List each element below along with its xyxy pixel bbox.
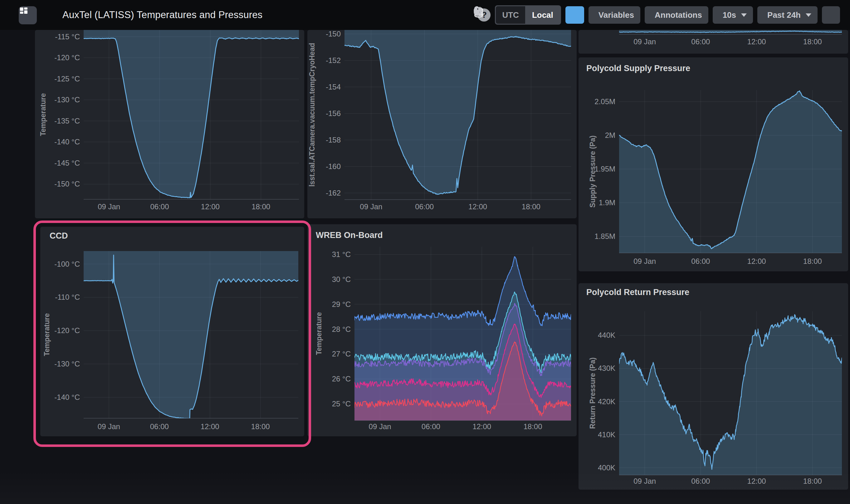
y-tick-label: 2M bbox=[605, 131, 615, 139]
refresh-interval-label: 10s bbox=[723, 10, 736, 20]
x-tick-label: 18:00 bbox=[803, 257, 822, 265]
chart-canvas-p4[interactable]: -100 °C-110 °C-120 °C-130 °C-140 °C09 Ja… bbox=[40, 227, 304, 436]
y-axis-unit-label: Supply Pressure (Pa) bbox=[588, 136, 597, 208]
y-tick-label: -110 °C bbox=[55, 293, 80, 301]
y-axis-unit-label: Temperature bbox=[43, 313, 51, 356]
x-tick-label: 18:00 bbox=[251, 202, 270, 211]
timezone-local[interactable]: Local bbox=[525, 6, 560, 24]
panel-polycold-supply[interactable]: Polycold Supply Pressure 2.05M2M1.95M1.9… bbox=[579, 57, 848, 271]
y-tick-label: 410K bbox=[598, 430, 615, 439]
variables-button[interactable]: Variables bbox=[588, 6, 640, 24]
x-tick-label: 06:00 bbox=[691, 257, 710, 265]
panel-cut-top-right[interactable]: 09 Jan06:0012:0018:00 bbox=[579, 30, 848, 54]
panel-wreb-onboard[interactable]: WREB On-Board 31 °C30 °C29 °C28 °C27 °C2… bbox=[307, 224, 577, 436]
panel-cryo-temperature[interactable]: -115 °C-120 °C-125 °C-130 °C-135 °C-140 … bbox=[35, 30, 304, 218]
x-tick-label: 06:00 bbox=[415, 202, 434, 211]
y-tick-label: -150 °C bbox=[54, 180, 80, 188]
add-panel-button[interactable] bbox=[565, 6, 584, 24]
panel-ccd[interactable]: CCD -100 °C-110 °C-120 °C-130 °C-140 °C0… bbox=[40, 227, 304, 436]
y-axis-unit-label: Temperature bbox=[39, 93, 47, 136]
panel-title-ccd[interactable]: CCD bbox=[50, 231, 68, 241]
dashboard-page: AuxTel (LATISS) Temperatures and Pressur… bbox=[0, 0, 850, 504]
y-tick-label: -145 °C bbox=[54, 159, 80, 167]
y-axis-unit-label: Return Pressure (Pa) bbox=[588, 357, 597, 429]
y-tick-label: 420K bbox=[598, 397, 615, 406]
x-tick-label: 12:00 bbox=[201, 422, 219, 431]
chevron-down-icon bbox=[806, 13, 811, 17]
x-tick-label: 18:00 bbox=[251, 422, 270, 431]
y-tick-label: -140 °C bbox=[54, 138, 80, 146]
y-tick-label: -150 bbox=[326, 30, 341, 38]
annotations-label: Annotations bbox=[655, 10, 702, 20]
y-tick-label: -152 bbox=[326, 56, 341, 65]
x-tick-label: 09 Jan bbox=[98, 422, 120, 431]
x-tick-label: 18:00 bbox=[523, 422, 542, 431]
chart-canvas-p5[interactable]: 31 °C30 °C29 °C28 °C27 °C26 °C25 °C09 Ja… bbox=[307, 224, 577, 436]
x-tick-label: 09 Jan bbox=[634, 477, 656, 485]
y-tick-label: 27 °C bbox=[332, 349, 351, 358]
x-tick-label: 06:00 bbox=[422, 422, 440, 431]
y-tick-label: -100 °C bbox=[54, 260, 80, 268]
chart-canvas-p2[interactable]: -150-152-154-156-158-160-16209 Jan06:001… bbox=[307, 30, 577, 218]
chart-canvas-p1[interactable]: -115 °C-120 °C-125 °C-130 °C-135 °C-140 … bbox=[35, 30, 304, 218]
x-tick-label: 12:00 bbox=[468, 202, 487, 211]
timezone-toggle[interactable]: UTC Local bbox=[495, 5, 561, 25]
y-tick-label: 2.05M bbox=[595, 97, 615, 106]
x-tick-label: 09 Jan bbox=[360, 202, 382, 211]
y-tick-label: -125 °C bbox=[54, 74, 80, 83]
x-tick-label: 12:00 bbox=[473, 422, 491, 431]
y-tick-label: -156 bbox=[326, 109, 341, 118]
panel-title-supply[interactable]: Polycold Supply Pressure bbox=[586, 64, 690, 73]
chart-canvas-p6[interactable]: 2.05M2M1.95M1.9M1.85M09 Jan06:0012:0018:… bbox=[579, 57, 848, 271]
x-tick-label: 18:00 bbox=[522, 202, 541, 211]
y-tick-label: -158 bbox=[326, 136, 341, 144]
refresh-interval-button[interactable]: 10s bbox=[713, 6, 753, 24]
dashboard-header: AuxTel (LATISS) Temperatures and Pressur… bbox=[0, 0, 850, 30]
x-tick-label: 12:00 bbox=[747, 257, 766, 265]
y-tick-label: 26 °C bbox=[332, 375, 351, 383]
variables-label: Variables bbox=[599, 10, 634, 20]
x-tick-label: 06:00 bbox=[150, 422, 169, 431]
x-tick-label: 09 Jan bbox=[634, 37, 656, 46]
x-tick-label: 06:00 bbox=[150, 202, 169, 211]
page-title: AuxTel (LATISS) Temperatures and Pressur… bbox=[63, 0, 262, 30]
y-axis-unit-label: lsst.sal.ATCamera.vacuum.tempCryoHead bbox=[308, 43, 316, 186]
x-tick-label: 12:00 bbox=[747, 477, 766, 485]
y-tick-label: -130 °C bbox=[54, 360, 80, 368]
x-tick-label: 06:00 bbox=[691, 477, 710, 485]
kiosk-mode-button[interactable] bbox=[822, 6, 840, 24]
y-tick-label: -135 °C bbox=[54, 116, 80, 125]
y-tick-label: -120 °C bbox=[54, 326, 80, 335]
x-tick-label: 18:00 bbox=[803, 37, 822, 46]
chart-canvas-p3[interactable]: 09 Jan06:0012:0018:00 bbox=[579, 30, 848, 54]
annotations-button[interactable]: Annotations bbox=[645, 6, 708, 24]
chevron-down-icon bbox=[741, 13, 747, 17]
y-tick-label: -154 bbox=[326, 83, 341, 91]
y-tick-label: 1.95M bbox=[595, 165, 615, 173]
apps-grid-button[interactable] bbox=[19, 6, 37, 24]
x-tick-label: 06:00 bbox=[691, 37, 710, 46]
y-tick-label: 430K bbox=[598, 364, 615, 372]
y-tick-label: -115 °C bbox=[55, 33, 80, 41]
time-range-button[interactable]: Past 24h bbox=[757, 6, 817, 24]
panel-temp-cryohead[interactable]: -150-152-154-156-158-160-16209 Jan06:001… bbox=[307, 30, 577, 218]
y-tick-label: 28 °C bbox=[332, 325, 351, 334]
x-tick-label: 18:00 bbox=[803, 477, 822, 485]
y-tick-label: 1.9M bbox=[599, 198, 615, 207]
y-tick-label: 1.85M bbox=[595, 232, 615, 240]
panel-title-wreb[interactable]: WREB On-Board bbox=[316, 231, 383, 240]
x-tick-label: 12:00 bbox=[747, 37, 766, 46]
y-tick-label: -162 bbox=[326, 189, 341, 197]
y-axis-unit-label: Temperature bbox=[315, 312, 323, 355]
panel-title-return[interactable]: Polycold Return Pressure bbox=[586, 288, 689, 297]
timezone-utc[interactable]: UTC bbox=[496, 6, 525, 24]
panel-polycold-return[interactable]: Polycold Return Pressure 440K430K420K410… bbox=[579, 283, 848, 490]
y-tick-label: -160 bbox=[326, 162, 341, 170]
y-tick-label: -140 °C bbox=[54, 393, 80, 401]
y-tick-label: 400K bbox=[598, 464, 615, 472]
y-tick-label: 440K bbox=[598, 331, 615, 339]
x-tick-label: 12:00 bbox=[201, 202, 220, 211]
x-tick-label: 09 Jan bbox=[98, 202, 120, 211]
chart-canvas-p7[interactable]: 440K430K420K410K400K09 Jan06:0012:0018:0… bbox=[579, 283, 848, 490]
x-tick-label: 09 Jan bbox=[369, 422, 391, 431]
